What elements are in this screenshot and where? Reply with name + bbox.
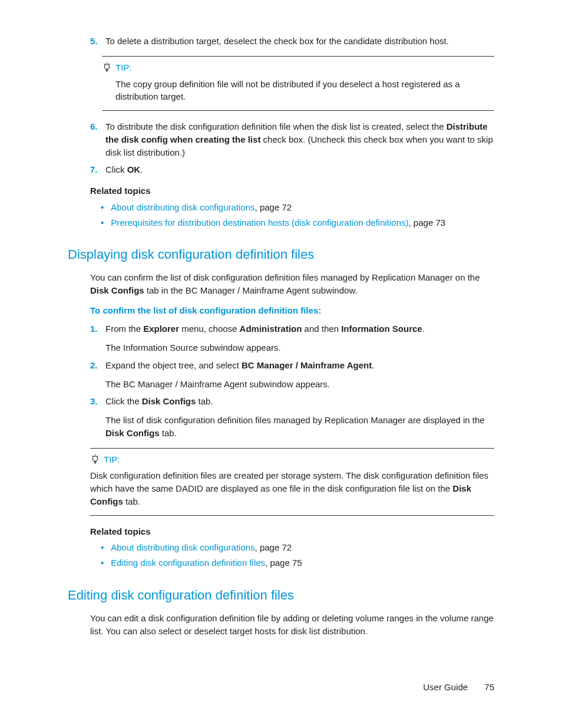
step-number: 6. (90, 120, 105, 159)
text-run: Click the (105, 396, 142, 406)
related-suffix: , page 72 (255, 542, 292, 552)
related-topic-item: • Editing disk configuration definition … (101, 556, 494, 569)
step-number: 2. (90, 359, 105, 391)
lightbulb-icon (102, 62, 112, 73)
tip-label: TIP: (115, 61, 132, 74)
section-intro: You can edit a disk configuration defini… (90, 612, 494, 638)
bullet-icon: • (101, 216, 104, 229)
tip-header: TIP: (102, 61, 494, 74)
related-topic-item: • About distributing disk configurations… (101, 541, 494, 554)
related-line: About distributing disk configurations, … (111, 541, 292, 554)
procedure-heading: To confirm the list of disk configuratio… (90, 304, 494, 317)
bullet-icon: • (101, 201, 104, 214)
text-run: Expand the object tree, and select (105, 360, 242, 370)
text-run: . (140, 164, 143, 174)
step-result: The Information Source subwindow appears… (105, 341, 494, 354)
step-text: From the Explorer menu, choose Administr… (105, 322, 494, 354)
step-number: 3. (90, 395, 105, 439)
tip-body: The copy group definition file will not … (115, 78, 494, 104)
tip-box: TIP: The copy group definition file will… (102, 56, 494, 111)
tip-body: Disk configuration definition files are … (90, 469, 494, 508)
text-bold: Information Source (341, 324, 422, 334)
step-number: 7. (90, 163, 105, 176)
page-number: 75 (484, 682, 494, 692)
proc-step-3: 3. Click the Disk Configs tab. The list … (90, 395, 494, 439)
related-line: Prerequisites for distribution destinati… (111, 216, 445, 229)
text-run: Click (105, 164, 127, 174)
text-run: tab in the BC Manager / Mainframe Agent … (144, 285, 358, 295)
text-run: Disk configuration definition files are … (90, 470, 488, 493)
related-topics-list: • About distributing disk configurations… (101, 541, 494, 569)
section-intro: You can confirm the list of disk configu… (90, 271, 494, 297)
related-link[interactable]: About distributing disk configurations (111, 542, 254, 552)
step-text: To distribute the disk configuration def… (105, 120, 494, 159)
step-number: 1. (90, 322, 105, 354)
text-run: menu, choose (179, 324, 240, 334)
text-bold: Disk Configs (90, 285, 144, 295)
related-topics-heading: Related topics (90, 525, 494, 538)
text-run: . (422, 324, 425, 334)
step-number: 5. (90, 35, 105, 48)
related-line: Editing disk configuration definition fi… (111, 556, 302, 569)
step-text: Click the Disk Configs tab. The list of … (105, 395, 494, 439)
text-bold: Administration (240, 324, 302, 334)
tip-box: TIP: Disk configuration definition files… (90, 448, 494, 516)
text-run: . (372, 360, 374, 370)
step-result: The BC Manager / Mainframe Agent subwind… (105, 378, 494, 391)
related-suffix: , page 73 (409, 218, 446, 228)
footer-label: User Guide (423, 682, 468, 692)
text-bold: Disk Configs (142, 396, 196, 406)
text-run: tab. (123, 496, 140, 506)
related-topics-list: • About distributing disk configurations… (101, 201, 494, 229)
text-run: tab. (196, 396, 213, 406)
related-topic-item: • About distributing disk configurations… (101, 201, 494, 214)
related-topic-item: • Prerequisites for distribution destina… (101, 216, 494, 229)
text-run: tab. (160, 428, 177, 438)
text-bold: Explorer (143, 324, 179, 334)
text-run: The list of disk configuration definitio… (105, 415, 485, 425)
related-link[interactable]: About distributing disk configurations (111, 202, 254, 212)
proc-step-2: 2. Expand the object tree, and select BC… (90, 359, 494, 391)
step-text: Click OK. (105, 163, 494, 176)
svg-point-1 (92, 456, 98, 462)
text-run: You can confirm the list of disk configu… (90, 272, 480, 282)
step-result: The list of disk configuration definitio… (105, 414, 494, 440)
section-heading-editing: Editing disk configuration definition fi… (68, 586, 494, 605)
tip-label: TIP: (104, 453, 120, 466)
bullet-icon: • (101, 556, 104, 569)
proc-step-1: 1. From the Explorer menu, choose Admini… (90, 322, 494, 354)
text-run: From the (105, 324, 143, 334)
text-bold: Disk Configs (105, 428, 160, 438)
text-bold: BC Manager / Mainframe Agent (242, 360, 372, 370)
related-topics-heading: Related topics (90, 185, 494, 197)
step-6: 6. To distribute the disk configuration … (90, 120, 494, 159)
text-run: and then (302, 324, 341, 334)
text-bold: OK (127, 164, 141, 174)
tip-header: TIP: (90, 453, 494, 466)
text-run: To distribute the disk configuration def… (105, 121, 447, 131)
related-suffix: , page 72 (255, 202, 292, 212)
section-heading-displaying: Displaying disk configuration definition… (68, 245, 494, 264)
step-text: To delete a distribution target, deselec… (105, 35, 494, 48)
page-footer: User Guide 75 (423, 681, 494, 694)
related-suffix: , page 75 (265, 558, 302, 568)
related-line: About distributing disk configurations, … (111, 201, 292, 214)
step-text: Expand the object tree, and select BC Ma… (105, 359, 494, 391)
lightbulb-icon (90, 454, 100, 465)
step-7: 7. Click OK. (90, 163, 494, 176)
related-link[interactable]: Editing disk configuration definition fi… (111, 558, 265, 568)
bullet-icon: • (101, 541, 104, 554)
related-link[interactable]: Prerequisites for distribution destinati… (111, 218, 408, 228)
step-5: 5. To delete a distribution target, dese… (90, 35, 494, 48)
doc-page: 5. To delete a distribution target, dese… (0, 0, 562, 728)
svg-point-0 (104, 64, 110, 70)
